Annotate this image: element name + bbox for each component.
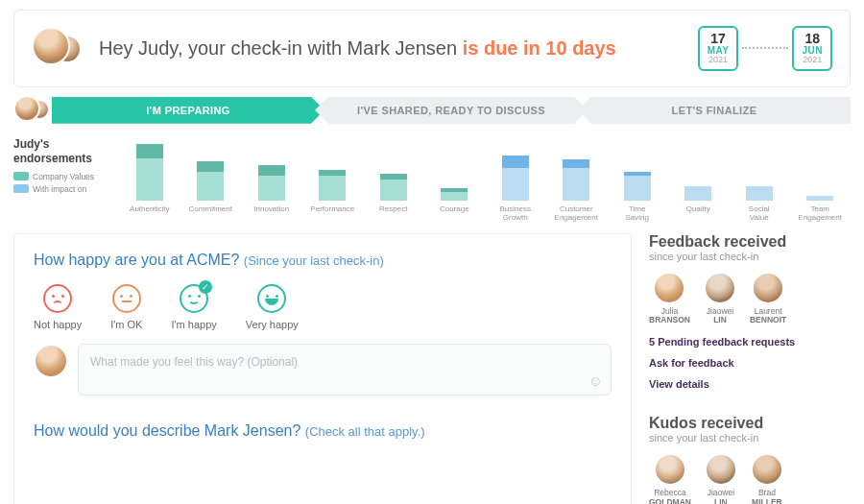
mood-happy[interactable]: ✓ I'm happy	[171, 284, 216, 330]
happiness-comment-row: What made you feel this way? (Optional) …	[34, 344, 612, 396]
bar	[746, 139, 773, 201]
bar-group: Commitment	[180, 139, 242, 222]
endorsements-section: Judy's endorsements Company Values With …	[13, 135, 851, 222]
endorsements-chart: AuthenticityCommitmentInnovationPerforma…	[119, 135, 851, 222]
person-name: JiaoweiLIN	[708, 489, 734, 504]
kudos-person[interactable]: JiaoweiLIN	[705, 453, 737, 504]
happiness-question: How happy are you at ACME? (Since your l…	[34, 252, 612, 269]
legend-label-impact: With impact on	[33, 184, 86, 194]
legend-item-values: Company Values	[13, 172, 109, 181]
happiness-q-text: How happy are you at ACME?	[34, 252, 239, 268]
bar-label: Performance	[310, 204, 354, 222]
bar	[380, 139, 407, 201]
mood-label: I'm OK	[110, 319, 142, 330]
bar-label: Courage	[440, 204, 469, 222]
date-separator	[742, 47, 788, 49]
feedback-person[interactable]: LaurentBENNOIT	[750, 272, 786, 325]
feedback-person[interactable]: JiaoweiLIN	[704, 272, 736, 325]
mood-options: Not happy I'm OK ✓ I'm happy Very happy	[34, 284, 612, 330]
kudos-person[interactable]: RebeccaGOLDMAN	[649, 453, 691, 504]
bar-label: SocialValue	[749, 204, 770, 222]
chart-legend: Judy's endorsements Company Values With …	[13, 135, 109, 222]
bar-label: Innovation	[253, 204, 289, 222]
face-sad-icon	[43, 284, 72, 313]
bar-label: TeamEngagement	[799, 204, 842, 222]
kudos-people: RebeccaGOLDMAN JiaoweiLIN BradMILLER	[649, 453, 851, 504]
describe-q-text: How would you describe Mark Jensen?	[34, 422, 300, 439]
step-finalize[interactable]: LET'S FINALIZE	[578, 97, 851, 124]
link-view-details[interactable]: View details	[649, 378, 851, 390]
check-icon: ✓	[199, 280, 212, 294]
kudos-subtitle: since your last check-in	[649, 432, 851, 444]
bar	[136, 139, 163, 201]
person-name: JiaoweiLIN	[707, 307, 733, 325]
bar-label: Authenticity	[130, 204, 169, 222]
stepper-avatars	[13, 95, 58, 126]
bar-group: Quality	[668, 139, 730, 222]
mood-not-happy[interactable]: Not happy	[34, 284, 82, 330]
describe-q-hint: (Check all that apply.)	[305, 424, 425, 439]
feedback-subtitle: since your last check-in	[649, 251, 851, 262]
header-greeting: Hey Judy, your check-in with Mark Jensen…	[99, 37, 616, 60]
bar	[258, 139, 285, 201]
sidebar-panels: Feedback received since your last check-…	[649, 233, 851, 504]
bar-group: BusinessGrowth	[485, 139, 546, 222]
checkin-form: How happy are you at ACME? (Since your l…	[13, 233, 632, 504]
bar-group: CustomerEngagement	[546, 139, 608, 222]
bar	[563, 139, 589, 201]
avatar	[751, 453, 783, 486]
mood-label: Very happy	[246, 319, 299, 330]
avatar	[654, 453, 686, 486]
step-shared[interactable]: I'VE SHARED, READY TO DISCUSS	[315, 97, 588, 124]
bar-group: Authenticity	[119, 139, 180, 222]
bar	[624, 139, 651, 201]
bar	[319, 139, 346, 201]
legend-swatch-impact	[13, 184, 29, 193]
legend-swatch-values	[13, 172, 29, 180]
link-ask-feedback[interactable]: Ask for feedback	[649, 357, 851, 369]
bar	[197, 139, 224, 201]
header-avatar-pair	[32, 27, 85, 69]
bar-label: BusinessGrowth	[500, 204, 531, 222]
start-year: 2021	[708, 56, 730, 64]
mood-ok[interactable]: I'm OK	[110, 284, 142, 330]
chart-title: Judy's endorsements	[13, 137, 109, 166]
kudos-person[interactable]: BradMILLER	[751, 453, 783, 504]
bar-label: CustomerEngagement	[555, 204, 598, 222]
feedback-title: Feedback received	[649, 233, 851, 251]
end-date-box: 18 JUN 2021	[792, 26, 832, 71]
date-range: 17 MAY 2021 18 JUN 2021	[698, 26, 832, 71]
step-preparing[interactable]: I'M PREPARING	[52, 97, 324, 124]
greeting-text: Hey Judy, your check-in with Mark Jensen	[99, 37, 463, 59]
feedback-people: JuliaBRANSON JiaoweiLIN LaurentBENNOIT	[649, 272, 851, 325]
avatar	[705, 453, 737, 486]
bar-group: Performance	[302, 139, 364, 222]
happiness-comment-input[interactable]: What made you feel this way? (Optional) …	[78, 344, 612, 396]
person-name: LaurentBENNOIT	[750, 307, 786, 325]
bar-group: Respect	[363, 139, 424, 222]
start-date-box: 17 MAY 2021	[698, 26, 739, 71]
progress-stepper: I'M PREPARING I'VE SHARED, READY TO DISC…	[13, 95, 851, 126]
feedback-person[interactable]: JuliaBRANSON	[649, 272, 690, 325]
avatar	[752, 272, 784, 304]
bar-group: TimeSaving	[607, 139, 668, 222]
bar	[441, 139, 468, 201]
legend-label-values: Company Values	[33, 172, 94, 181]
avatar-judy-small	[34, 344, 68, 378]
bar-group: SocialValue	[729, 139, 790, 222]
link-pending-feedback[interactable]: 5 Pending feedback requests	[649, 336, 851, 348]
person-name: RebeccaGOLDMAN	[649, 489, 691, 504]
mood-very-happy[interactable]: Very happy	[246, 284, 299, 330]
end-day: 18	[802, 32, 823, 46]
person-name: JuliaBRANSON	[649, 307, 690, 325]
emoji-picker-icon[interactable]: ☺	[588, 372, 603, 389]
start-day: 17	[708, 32, 730, 46]
bar-label: TimeSaving	[626, 204, 649, 222]
avatar	[653, 272, 685, 304]
bar-group: Innovation	[241, 139, 302, 222]
checkin-header: Hey Judy, your check-in with Mark Jensen…	[13, 10, 851, 87]
person-name: BradMILLER	[752, 489, 782, 504]
bar	[684, 139, 711, 201]
avatar	[704, 272, 736, 304]
happiness-q-hint: (Since your last check-in)	[244, 253, 384, 268]
